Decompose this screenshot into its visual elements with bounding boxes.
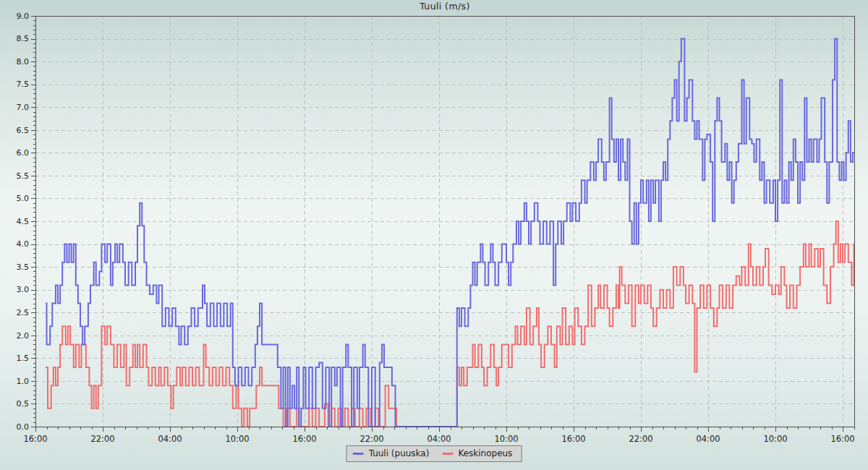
y-tick-label: 2.0 (17, 331, 30, 341)
x-tick-label: 16:00 (23, 434, 47, 444)
x-tick-label: 04:00 (427, 434, 451, 444)
y-tick-label: 0.0 (17, 422, 30, 432)
x-tick-label: 22:00 (359, 434, 383, 444)
y-tick-label: 5.0 (17, 194, 30, 203)
legend-label-gust: Tuuli (puuska) (369, 448, 430, 458)
y-tick-label: 6.0 (17, 148, 30, 158)
series-group (46, 39, 854, 427)
chart-canvas: 0.00.51.01.52.02.53.03.54.04.55.05.56.06… (0, 0, 868, 470)
x-tick-label: 16:00 (292, 434, 316, 444)
legend-label-average: Keskinopeus (458, 448, 512, 458)
x-axis-labels: 16:0022:0004:0010:0016:0022:0004:0010:00… (23, 434, 854, 444)
axis-ticks (31, 17, 855, 432)
y-tick-label: 7.5 (17, 80, 30, 89)
y-tick-label: 9.0 (17, 12, 30, 21)
y-tick-label: 1.5 (17, 354, 30, 363)
x-tick-label: 22:00 (629, 434, 652, 444)
legend-item-gust: Tuuli (puuska) (353, 448, 430, 458)
series-keskinopeus (46, 221, 854, 427)
x-tick-label: 22:00 (90, 434, 114, 444)
x-tick-label: 16:00 (561, 434, 585, 444)
y-tick-label: 1.0 (17, 377, 30, 386)
y-tick-label: 3.0 (17, 285, 30, 294)
x-tick-label: 04:00 (158, 434, 182, 444)
y-tick-label: 4.0 (17, 239, 30, 249)
x-tick-label: 16:00 (830, 434, 854, 444)
y-tick-label: 6.5 (17, 126, 30, 135)
x-tick-label: 10:00 (225, 434, 249, 444)
x-tick-label: 04:00 (696, 434, 720, 444)
wind-chart-page: Tuuli (m/s) 0.00.51.01.52.02.53.03.54.04… (0, 0, 868, 470)
y-tick-label: 5.5 (17, 171, 30, 181)
gridlines (35, 16, 854, 427)
y-tick-label: 3.5 (17, 262, 30, 272)
legend-swatch-average-line (442, 453, 453, 455)
y-tick-label: 0.5 (17, 399, 30, 409)
y-tick-label: 7.0 (17, 103, 30, 112)
legend-swatch-gust-line (353, 453, 364, 455)
plot-frame (36, 17, 855, 427)
x-tick-label: 10:00 (494, 434, 518, 444)
y-tick-label: 2.5 (17, 308, 30, 317)
y-tick-label: 8.5 (17, 34, 30, 43)
y-tick-label: 4.5 (17, 217, 30, 226)
legend: Tuuli (puuska) Keskinopeus (346, 445, 522, 462)
legend-item-average: Keskinopeus (442, 448, 512, 458)
series-puuska (46, 39, 854, 427)
y-axis-labels: 0.00.51.01.52.02.53.03.54.04.55.05.56.06… (17, 12, 30, 432)
y-tick-label: 8.0 (17, 57, 30, 67)
x-tick-label: 10:00 (763, 434, 787, 444)
